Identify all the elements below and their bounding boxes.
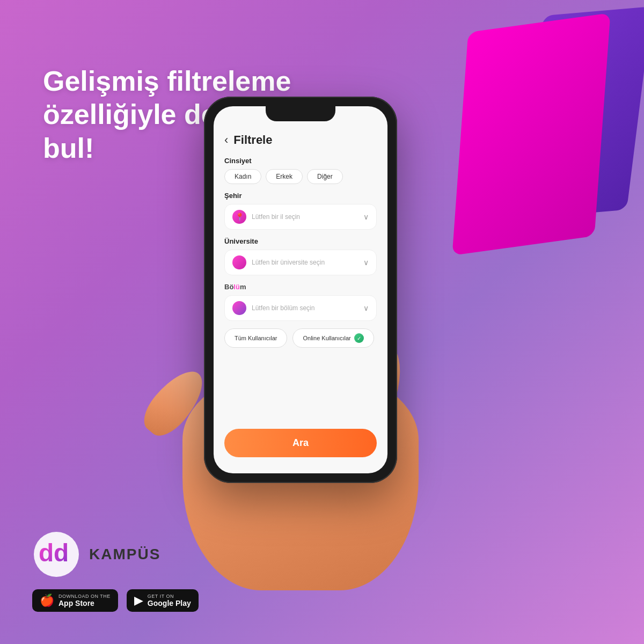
apple-icon: 🍎: [40, 594, 54, 608]
phone-wrapper: ‹ Filtrele Cinsiyet Kadın Erkek Diğer Şe…: [172, 97, 451, 547]
google-play-text: GET IT ON Google Play: [148, 594, 191, 608]
screen-title: Filtrele: [233, 133, 272, 147]
back-arrow-icon[interactable]: ‹: [224, 133, 228, 147]
university-chevron-icon: ∨: [363, 258, 369, 267]
google-play-badge[interactable]: ▶ GET IT ON Google Play: [127, 589, 199, 612]
app-store-text: Download on the App Store: [58, 594, 111, 608]
gender-buttons: Kadın Erkek Diğer: [224, 169, 377, 184]
gender-kadin-button[interactable]: Kadın: [224, 169, 261, 184]
app-store-sub: Download on the: [58, 594, 111, 599]
phone-device: ‹ Filtrele Cinsiyet Kadın Erkek Diğer Şe…: [204, 97, 397, 483]
department-chevron-icon: ∨: [363, 304, 369, 312]
gender-erkek-button[interactable]: Erkek: [266, 169, 303, 184]
search-button[interactable]: Ara: [224, 429, 377, 457]
department-placeholder: Lütfen bir bölüm seçin: [252, 304, 358, 312]
magenta-block: [452, 13, 610, 255]
department-icon: [232, 301, 246, 315]
department-label: Bölüm: [224, 283, 377, 291]
university-dropdown[interactable]: Lütfen bir üniversite seçin ∨: [224, 250, 377, 275]
city-label: Şehir: [224, 192, 377, 200]
university-section: Üniversite Lütfen bir üniversite seçin ∨: [224, 237, 377, 275]
headline-line1: Gelişmiş filtreleme: [43, 64, 311, 98]
purple-block: [518, 6, 644, 219]
kampus-logo-icon: dd: [32, 530, 80, 579]
google-play-sub: GET IT ON: [148, 594, 191, 599]
university-label: Üniversite: [224, 237, 377, 245]
google-play-name: Google Play: [148, 599, 191, 608]
university-placeholder: Lütfen bir üniversite seçin: [252, 259, 358, 266]
city-dropdown[interactable]: 📍 Lütfen bir il seçin ∨: [224, 204, 377, 230]
city-placeholder: Lütfen bir il seçin: [252, 213, 358, 221]
all-users-button[interactable]: Tüm Kullanıcılar: [224, 328, 287, 348]
app-store-name: App Store: [58, 599, 111, 608]
app-store-badge[interactable]: 🍎 Download on the App Store: [32, 589, 118, 612]
screen-content: ‹ Filtrele Cinsiyet Kadın Erkek Diğer Şe…: [214, 106, 387, 473]
google-play-icon: ▶: [134, 594, 143, 608]
screen-header: ‹ Filtrele: [224, 133, 377, 147]
department-dropdown[interactable]: Lütfen bir bölüm seçin ∨: [224, 295, 377, 321]
city-chevron-icon: ∨: [363, 213, 369, 221]
search-button-wrapper: Ara: [224, 429, 377, 457]
online-users-button[interactable]: Online Kullanıcılar ✓: [292, 328, 374, 348]
department-section: Bölüm Lütfen bir bölüm seçin ∨: [224, 283, 377, 321]
gender-section: Cinsiyet Kadın Erkek Diğer: [224, 157, 377, 184]
decorative-blocks: [419, 0, 644, 268]
location-icon: 📍: [232, 210, 246, 224]
gender-label: Cinsiyet: [224, 157, 377, 165]
user-filter-buttons: Tüm Kullanıcılar Online Kullanıcılar ✓: [224, 328, 377, 348]
online-check-icon: ✓: [354, 333, 364, 343]
phone-screen: ‹ Filtrele Cinsiyet Kadın Erkek Diğer Şe…: [214, 106, 387, 473]
university-icon: [232, 255, 246, 269]
store-badges: 🍎 Download on the App Store ▶ GET IT ON …: [32, 589, 199, 612]
phone-notch: [266, 106, 335, 121]
city-section: Şehir 📍 Lütfen bir il seçin ∨: [224, 192, 377, 230]
svg-text:dd: dd: [39, 539, 69, 567]
gender-diger-button[interactable]: Diğer: [307, 169, 343, 184]
